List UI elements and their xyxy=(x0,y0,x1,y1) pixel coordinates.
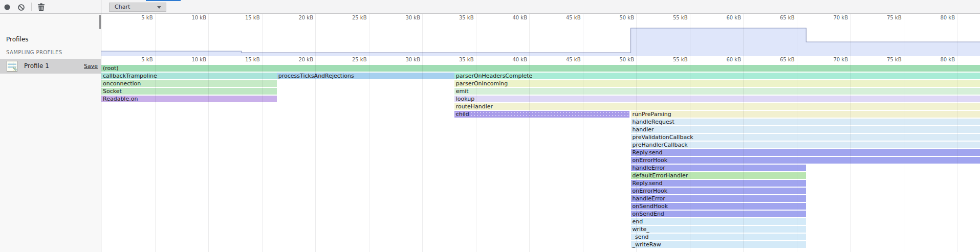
flame-bar-label: Reply.send xyxy=(631,149,980,156)
flame-bar-Reply.send[interactable]: Reply.send xyxy=(631,149,980,156)
flame-bar-write_[interactable]: write_ xyxy=(631,226,807,233)
scrollbar-thumb[interactable] xyxy=(99,15,101,29)
flame-bar-label: handleError xyxy=(631,195,807,202)
flame-bar-(root)[interactable]: (root) xyxy=(101,65,980,72)
record-icon xyxy=(4,4,10,12)
gridline xyxy=(850,14,851,252)
flame-bar-end[interactable]: end xyxy=(631,218,807,225)
gridline xyxy=(369,14,369,252)
overview-tick-label: 65 kB xyxy=(769,15,795,21)
overview-tick-label: 50 kB xyxy=(608,15,634,21)
flame-bar-onErrorHook[interactable]: onErrorHook xyxy=(631,188,807,194)
flame-bar-label: parserOnHeadersComplete xyxy=(454,73,980,79)
profiler-window: Chart Profiles SAMPLING PROFILES % Profi… xyxy=(0,0,980,252)
gridline xyxy=(315,14,316,252)
flame-bar-_send[interactable]: _send xyxy=(631,234,807,240)
flame-bar-defaultErrorHandler[interactable]: defaultErrorHandler xyxy=(631,172,807,179)
flame-tick-label: 50 kB xyxy=(608,57,634,63)
flame-bar-Reply.send[interactable]: Reply.send xyxy=(631,180,807,187)
toolbar: Chart xyxy=(0,0,980,14)
flame-bar-onconnection[interactable]: onconnection xyxy=(101,80,277,87)
flame-tick-label: 80 kB xyxy=(929,57,955,63)
flame-tick-label: 5 kB xyxy=(127,57,153,63)
flame-tick-label: 35 kB xyxy=(448,57,474,63)
flame-bar-label: _send xyxy=(631,234,807,240)
gridline xyxy=(422,14,423,252)
flame-bar-label: runPreParsing xyxy=(631,111,980,118)
flame-bar-parserOnHeadersComplete[interactable]: parserOnHeadersComplete xyxy=(454,73,980,79)
flame-bar-child[interactable]: child xyxy=(454,111,630,118)
memory-overview-chart[interactable] xyxy=(101,14,980,56)
profile-document-icon: % xyxy=(7,61,17,72)
gridline xyxy=(262,14,263,252)
flame-bar-handleError[interactable]: handleError xyxy=(631,195,807,202)
flame-bar-label: child xyxy=(454,111,630,118)
flame-bar-label: handleRequest xyxy=(631,119,980,125)
overview-tick-label: 30 kB xyxy=(395,15,420,21)
flame-bar-handler[interactable]: handler xyxy=(631,126,980,133)
flame-bar-_writeRaw[interactable]: _writeRaw xyxy=(631,241,807,248)
flame-bar-callbackTrampoline[interactable]: callbackTrampoline xyxy=(101,73,277,79)
profile-list-item[interactable]: % Profile 1 Save xyxy=(0,59,101,74)
flame-bar-label: Readable.on xyxy=(101,96,277,102)
flame-tick-label: 55 kB xyxy=(662,57,688,63)
clear-button[interactable] xyxy=(18,4,25,11)
flame-bar-handleError[interactable]: handleError xyxy=(631,165,807,171)
flame-bar-label: parserOnIncoming xyxy=(454,80,980,87)
flame-bar-label: handleError xyxy=(631,165,807,171)
trash-icon xyxy=(37,5,45,13)
gridline xyxy=(797,14,797,252)
flame-bar-runPreParsing[interactable]: runPreParsing xyxy=(631,111,980,118)
flame-bar-onErrorHook[interactable]: onErrorHook xyxy=(631,157,980,164)
overview-tick-label: 70 kB xyxy=(822,15,848,21)
flame-bar-preHandlerCallback[interactable]: preHandlerCallback xyxy=(631,142,980,148)
flame-bar-label: end xyxy=(631,218,807,225)
flame-tick-label: 10 kB xyxy=(181,57,206,63)
flame-bar-processTicksAndRejections[interactable]: processTicksAndRejections xyxy=(277,73,454,79)
view-mode-select[interactable]: Chart xyxy=(109,3,166,12)
overview-tick-label: 20 kB xyxy=(288,15,313,21)
sidebar-title: Profiles xyxy=(6,36,29,43)
overview-tick-label: 25 kB xyxy=(341,15,367,21)
save-profile-link[interactable]: Save xyxy=(84,59,98,74)
pane-divider[interactable] xyxy=(101,0,101,252)
gridline xyxy=(529,14,530,252)
flame-bar-lookup[interactable]: lookup xyxy=(454,96,980,102)
block-icon xyxy=(18,5,25,12)
delete-profile-button[interactable] xyxy=(37,3,45,11)
overview-tick-label: 55 kB xyxy=(662,15,688,21)
overview-tick-label: 75 kB xyxy=(876,15,902,21)
gridline xyxy=(208,14,209,252)
flame-bar-Socket[interactable]: Socket xyxy=(101,88,277,95)
flame-bar-preValidationCallback[interactable]: preValidationCallback xyxy=(631,134,980,141)
gridline xyxy=(904,14,904,252)
overview-tick-label: 60 kB xyxy=(715,15,741,21)
gridline xyxy=(690,14,690,252)
flame-bar-handleRequest[interactable]: handleRequest xyxy=(631,119,980,125)
flame-bar-label: preValidationCallback xyxy=(631,134,980,141)
flame-bar-label: routeHandler xyxy=(454,103,980,110)
overview-tick-label: 45 kB xyxy=(555,15,581,21)
flame-tick-label: 20 kB xyxy=(288,57,313,63)
flame-bar-label: handler xyxy=(631,126,980,133)
flame-bar-emit[interactable]: emit xyxy=(454,88,980,95)
sampling-profiles-header: SAMPLING PROFILES xyxy=(6,50,62,55)
flame-tick-label: 75 kB xyxy=(876,57,902,63)
flame-bar-parserOnIncoming[interactable]: parserOnIncoming xyxy=(454,80,980,87)
overview-tick-label: 35 kB xyxy=(448,15,474,21)
flame-bar-onSendHook[interactable]: onSendHook xyxy=(631,203,807,210)
flame-bar-Readable.on[interactable]: Readable.on xyxy=(101,96,277,102)
flame-bar-onSendEnd[interactable]: onSendEnd xyxy=(631,211,807,217)
toolbar-separator xyxy=(31,3,32,11)
record-button[interactable] xyxy=(4,4,10,10)
gridline xyxy=(583,14,583,252)
overview-tick-label: 80 kB xyxy=(929,15,955,21)
gridline xyxy=(476,14,476,252)
flame-bar-label: emit xyxy=(454,88,980,95)
flame-tick-label: 45 kB xyxy=(555,57,581,63)
overview-tick-label: 5 kB xyxy=(127,15,153,21)
flame-bar-routeHandler[interactable]: routeHandler xyxy=(454,103,980,110)
flame-bar-label: preHandlerCallback xyxy=(631,142,980,148)
flame-bar-label: (root) xyxy=(101,65,980,72)
profiles-sidebar: Profiles SAMPLING PROFILES % Profile 1 S… xyxy=(0,14,101,252)
